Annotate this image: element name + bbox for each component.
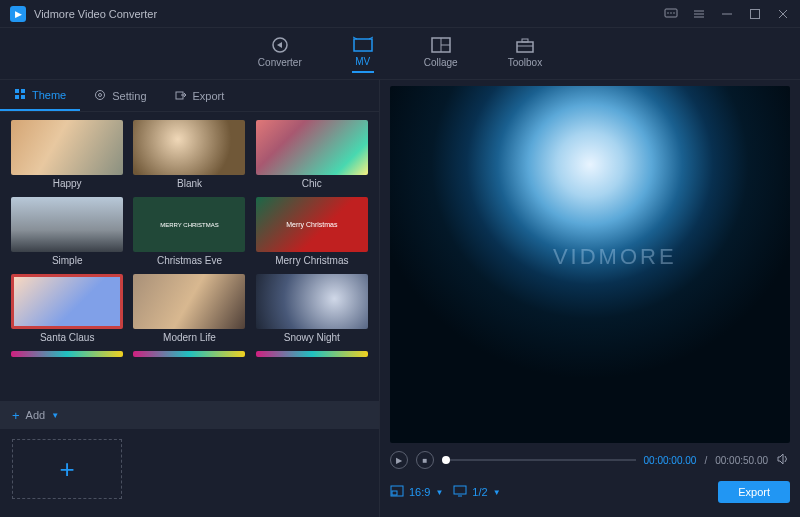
close-button[interactable] [776, 7, 790, 21]
svg-point-1 [667, 12, 669, 14]
theme-label: Simple [52, 255, 83, 266]
tab-label: Collage [424, 57, 458, 68]
time-total: 00:00:50.00 [715, 455, 768, 466]
theme-thumbnail [133, 120, 245, 175]
themes-scroll[interactable]: Happy Blank Chic Simple Christmas Eve Me… [0, 112, 379, 401]
bottom-bar: 16:9 ▼ 1/2 ▼ Export [390, 477, 790, 507]
stop-button[interactable]: ■ [416, 451, 434, 469]
svg-rect-30 [454, 486, 466, 494]
export-icon [175, 89, 187, 103]
time-current: 00:00:00.00 [644, 455, 697, 466]
svg-rect-29 [392, 491, 397, 495]
volume-icon[interactable] [776, 452, 790, 468]
chevron-down-icon: ▼ [493, 488, 501, 497]
player-controls: ▶ ■ 00:00:00.00/00:00:50.00 [390, 447, 790, 473]
play-button[interactable]: ▶ [390, 451, 408, 469]
content: Theme Setting Export Happy Blank Chic Si… [0, 80, 800, 517]
left-panel: Theme Setting Export Happy Blank Chic Si… [0, 80, 380, 517]
theme-more[interactable] [10, 351, 124, 357]
svg-point-25 [96, 90, 105, 99]
theme-thumbnail [11, 120, 123, 175]
preview-area[interactable]: VIDMORE [390, 86, 790, 443]
minimize-button[interactable] [720, 7, 734, 21]
add-label: Add [26, 409, 46, 421]
titlebar: ▶ Vidmore Video Converter [0, 0, 800, 28]
subtab-label: Setting [112, 90, 146, 102]
tab-toolbox[interactable]: Toolbox [508, 36, 542, 72]
progress-slider[interactable] [442, 459, 636, 461]
svg-point-26 [99, 93, 102, 96]
export-button[interactable]: Export [718, 481, 790, 503]
tab-label: MV [355, 56, 370, 67]
plus-icon: + [12, 408, 20, 423]
fraction-value: 1/2 [472, 486, 487, 498]
theme-thumbnail [11, 274, 123, 329]
gear-icon [94, 89, 106, 103]
mv-icon [352, 35, 374, 53]
screen-icon [453, 485, 467, 499]
plus-icon: + [59, 454, 74, 485]
aspect-icon [390, 485, 404, 499]
theme-thumbnail [256, 351, 368, 357]
theme-thumbnail [256, 274, 368, 329]
collage-icon [430, 36, 452, 54]
main-tabs: Converter MV Collage Toolbox [0, 28, 800, 80]
fraction-selector[interactable]: 1/2 ▼ [453, 485, 500, 499]
aspect-ratio-selector[interactable]: 16:9 ▼ [390, 485, 443, 499]
svg-rect-8 [751, 9, 760, 18]
svg-rect-22 [21, 89, 25, 93]
theme-merry-christmas[interactable]: Merry Christmas [255, 197, 369, 266]
subtab-export[interactable]: Export [161, 80, 239, 111]
subtab-label: Export [193, 90, 225, 102]
theme-happy[interactable]: Happy [10, 120, 124, 189]
tab-collage[interactable]: Collage [424, 36, 458, 72]
preview-watermark: VIDMORE [553, 244, 677, 270]
theme-label: Chic [302, 178, 322, 189]
theme-thumbnail [133, 351, 245, 357]
converter-icon [269, 36, 291, 54]
theme-more[interactable] [132, 351, 246, 357]
chevron-down-icon: ▼ [435, 488, 443, 497]
theme-thumbnail [256, 120, 368, 175]
theme-simple[interactable]: Simple [10, 197, 124, 266]
subtab-setting[interactable]: Setting [80, 80, 160, 111]
subtab-label: Theme [32, 89, 66, 101]
svg-point-2 [670, 12, 672, 14]
theme-snowy-night[interactable]: Snowy Night [255, 274, 369, 343]
theme-chic[interactable]: Chic [255, 120, 369, 189]
theme-thumbnail [256, 197, 368, 252]
chevron-down-icon: ▼ [51, 411, 59, 420]
tab-converter[interactable]: Converter [258, 36, 302, 72]
theme-grid: Happy Blank Chic Simple Christmas Eve Me… [10, 120, 369, 357]
theme-label: Modern Life [163, 332, 216, 343]
svg-rect-19 [522, 39, 528, 42]
svg-point-3 [673, 12, 675, 14]
theme-thumbnail [11, 197, 123, 252]
theme-blank[interactable]: Blank [132, 120, 246, 189]
theme-christmas-eve[interactable]: Christmas Eve [132, 197, 246, 266]
svg-rect-18 [517, 42, 533, 52]
theme-label: Santa Claus [40, 332, 94, 343]
theme-santa-claus[interactable]: Santa Claus [10, 274, 124, 343]
add-dropzone[interactable]: + [12, 439, 122, 499]
tab-label: Toolbox [508, 57, 542, 68]
theme-label: Happy [53, 178, 82, 189]
theme-label: Snowy Night [284, 332, 340, 343]
subtab-theme[interactable]: Theme [0, 80, 80, 111]
maximize-button[interactable] [748, 7, 762, 21]
theme-thumbnail [133, 197, 245, 252]
svg-rect-21 [15, 89, 19, 93]
add-bar: + Add ▼ [0, 401, 379, 429]
feedback-icon[interactable] [664, 7, 678, 21]
theme-label: Merry Christmas [275, 255, 348, 266]
sub-tabs: Theme Setting Export [0, 80, 379, 112]
svg-rect-24 [21, 95, 25, 99]
add-button[interactable]: + Add ▼ [12, 408, 59, 423]
menu-icon[interactable] [692, 7, 706, 21]
add-area: + [0, 429, 379, 517]
theme-modern-life[interactable]: Modern Life [132, 274, 246, 343]
theme-more[interactable] [255, 351, 369, 357]
app-logo: ▶ [10, 6, 26, 22]
progress-thumb[interactable] [442, 456, 450, 464]
tab-mv[interactable]: MV [352, 35, 374, 73]
